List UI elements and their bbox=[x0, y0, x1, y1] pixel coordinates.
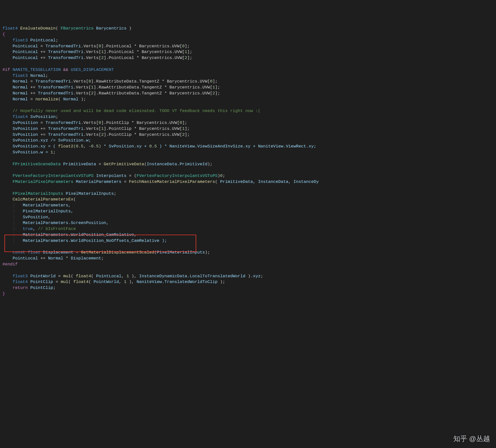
code-line: CalcMaterialParametersEx( bbox=[2, 197, 76, 202]
code-line: float4 PointClip = mul( float4( PointWor… bbox=[2, 280, 225, 284]
code-line: float3 PointWorld = mul( float4( PointLo… bbox=[2, 274, 263, 279]
code-line: PointLocal += TransformedTri.Verts[2].Po… bbox=[2, 56, 192, 60]
code-line: SvPosition += TransformedTri.Verts[1].Po… bbox=[2, 126, 190, 131]
code-editor[interactable]: float4 EvaluateDomain( FBarycentrics Bar… bbox=[0, 24, 496, 305]
code-line: const float Displacement = GetMaterialDi… bbox=[2, 250, 210, 255]
code-line: SvPosition.xyz /= SvPosition.w; bbox=[2, 138, 91, 143]
code-line: PointLocal += TransformedTri.Verts[1].Po… bbox=[2, 50, 192, 54]
open-brace: { bbox=[2, 32, 5, 37]
close-brace: } bbox=[2, 291, 5, 296]
code-line: Normal += TransformedTri.Verts[1].RawAtt… bbox=[2, 85, 220, 90]
code-line: │ SvPosition, bbox=[2, 215, 51, 220]
code-line: FPrimitiveSceneData PrimitiveData = GetP… bbox=[2, 162, 213, 167]
code-line: │ MaterialParameters.WorldPosition_CamRe… bbox=[2, 232, 137, 237]
code-line: Normal = TransformedTri.Verts[0].RawAttr… bbox=[2, 79, 217, 84]
code-line: Normal = normalize( Normal ); bbox=[2, 97, 86, 102]
code-line: float3 PointLocal; bbox=[2, 38, 58, 43]
code-line: FPixelMaterialInputs PixelMaterialInputs… bbox=[2, 191, 116, 196]
code-line: SvPosition.w = 1; bbox=[2, 150, 56, 155]
preprocessor-endif: #endif bbox=[2, 262, 18, 267]
code-comment: // Hopefully never used and will be dead… bbox=[2, 109, 261, 113]
preprocessor-if: #if NANITE_TESSELLATION && USES_DISPLACE… bbox=[2, 67, 114, 72]
code-line: SvPosition += TransformedTri.Verts[2].Po… bbox=[2, 132, 190, 137]
code-line: FVertexFactoryInterpolantsVSToPS Interpo… bbox=[2, 173, 225, 178]
code-line: PointLocal += Normal * Displacement; bbox=[2, 256, 104, 261]
code-line: │ MaterialParameters, bbox=[2, 203, 71, 208]
code-line: │ MaterialParameters.ScreenPosition, bbox=[2, 221, 109, 225]
code-line: float4 EvaluateDomain( FBarycentrics Bar… bbox=[2, 26, 131, 31]
code-line: SvPosition = TransformedTri.Verts[0].Poi… bbox=[2, 120, 187, 125]
code-line: │ PixelMaterialInputs, bbox=[2, 209, 73, 214]
code-line: │ MaterialParameters.WorldPosition_NoOff… bbox=[2, 238, 167, 243]
code-line: float3 Normal; bbox=[2, 73, 48, 78]
highlight-annotation bbox=[4, 235, 196, 252]
code-line: │ true, // bIsFrontFace bbox=[2, 226, 76, 231]
code-line: PointLocal = TransformedTri.Verts[0].Poi… bbox=[2, 44, 190, 49]
code-line: FMaterialPixelParameters MaterialParamet… bbox=[2, 179, 319, 184]
code-line: return PointClip; bbox=[2, 285, 56, 290]
code-line: SvPosition.xy = ( float2(0.5, -0.5) * Sv… bbox=[2, 144, 316, 149]
code-line: Normal += TransformedTri.Verts[2].RawAtt… bbox=[2, 91, 220, 96]
code-line: float4 SvPosition; bbox=[2, 114, 58, 119]
